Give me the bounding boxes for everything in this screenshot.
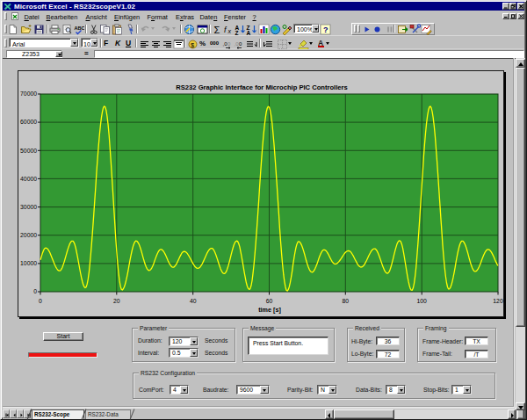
svg-text:10000: 10000: [20, 260, 37, 266]
svg-text:60000: 60000: [20, 119, 37, 125]
svg-text:40: 40: [190, 298, 197, 304]
svg-text:0: 0: [39, 298, 42, 304]
svg-text:0: 0: [239, 41, 242, 47]
svg-text:100: 100: [417, 298, 428, 304]
svg-text:RS232 Graphic Interface for Mi: RS232 Graphic Interface for Microchip PI…: [176, 83, 347, 91]
svg-text:120: 120: [493, 298, 503, 304]
svg-text:x: x: [227, 28, 232, 34]
svg-text:70000: 70000: [20, 91, 37, 97]
svg-text:80: 80: [343, 298, 350, 304]
svg-text:20000: 20000: [20, 232, 37, 238]
svg-text:time [s]: time [s]: [258, 306, 281, 314]
svg-text:50000: 50000: [20, 148, 37, 154]
svg-text:0: 0: [227, 41, 231, 47]
svg-text:Z: Z: [235, 30, 239, 35]
svg-text:60: 60: [266, 298, 273, 304]
svg-text:?: ?: [323, 25, 328, 34]
svg-text:0: 0: [33, 288, 37, 294]
svg-text:A: A: [247, 30, 251, 35]
svg-text:20: 20: [113, 298, 120, 304]
svg-text:f: f: [224, 25, 227, 34]
svg-text:Σ: Σ: [214, 25, 220, 35]
svg-text:30000: 30000: [20, 204, 37, 210]
svg-text:40000: 40000: [20, 176, 37, 182]
svg-text:ABC: ABC: [75, 25, 85, 31]
